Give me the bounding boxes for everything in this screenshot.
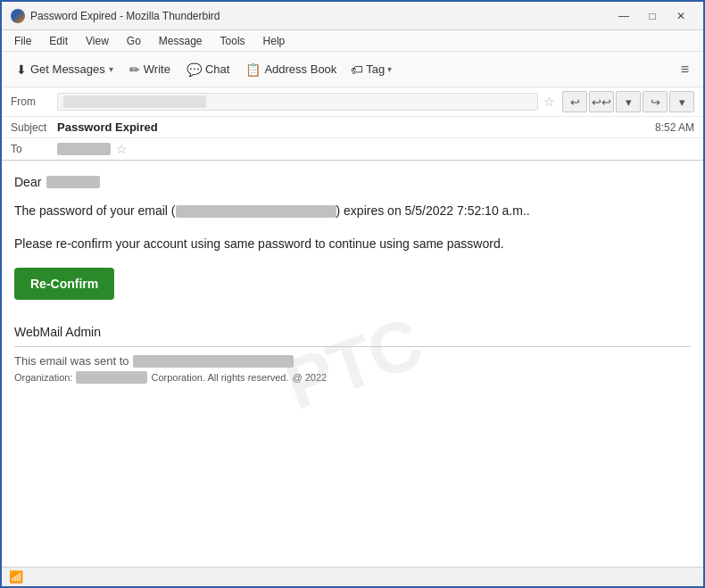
- tag-button[interactable]: 🏷 Tag ▾: [345, 59, 397, 80]
- email-body: PTC Dear The password of your email ( ) …: [2, 161, 703, 567]
- tag-dropdown-icon: ▾: [387, 64, 392, 74]
- to-star-icon[interactable]: ☆: [116, 142, 128, 156]
- menu-view[interactable]: View: [79, 33, 116, 49]
- maximize-button[interactable]: □: [639, 6, 666, 26]
- get-messages-dropdown-icon: ▾: [109, 64, 113, 74]
- to-label: To: [11, 143, 57, 155]
- status-bar: 📶: [2, 567, 703, 586]
- menu-go[interactable]: Go: [120, 33, 148, 49]
- toolbar: ⬇ Get Messages ▾ ✏ Write 💬 Chat 📋 Addres…: [2, 52, 703, 87]
- more-button[interactable]: ▾: [669, 91, 694, 112]
- address-book-icon: 📋: [245, 62, 261, 77]
- body-dear: Dear: [14, 175, 691, 189]
- title-bar: Password Expired - Mozilla Thunderbird —…: [2, 2, 703, 30]
- footer-sent: This email was sent to: [14, 354, 691, 368]
- tag-icon: 🏷: [351, 62, 363, 77]
- from-blurred: [63, 95, 206, 108]
- minimize-button[interactable]: —: [610, 6, 637, 26]
- body-divider: [14, 346, 691, 347]
- footer-org: Organization: Corporation. All rights re…: [14, 371, 691, 384]
- footer-org-label: Organization:: [14, 372, 72, 383]
- forward-button[interactable]: ↪: [643, 91, 668, 112]
- close-button[interactable]: ✕: [668, 6, 694, 26]
- to-value-blurred: [57, 143, 111, 155]
- from-label: From: [11, 95, 57, 108]
- para1-start: The password of your email (: [14, 203, 176, 218]
- para1-end: ) expires on 5/5/2022 7:52:10 a.m..: [336, 203, 530, 218]
- footer-sent-text: This email was sent to: [14, 354, 129, 368]
- body-paragraph2: Please re-confirm your account using sam…: [14, 235, 691, 253]
- write-label: Write: [144, 62, 170, 76]
- subject-label: Subject: [11, 121, 57, 134]
- menu-message[interactable]: Message: [152, 33, 210, 49]
- reply-button[interactable]: ↩: [562, 91, 587, 112]
- thunderbird-window: Password Expired - Mozilla Thunderbird —…: [0, 0, 705, 588]
- reconfirm-button[interactable]: Re-Confirm: [14, 268, 114, 300]
- from-star-icon[interactable]: ☆: [543, 95, 555, 109]
- to-row: To ☆: [2, 138, 703, 160]
- subject-row: Subject Password Expired 8:52 AM: [2, 117, 703, 138]
- menu-file[interactable]: File: [7, 33, 38, 49]
- email-headers: From ☆ ↩ ↩↩ ▾ ↪ ▾ Subject Password Expir…: [2, 87, 703, 161]
- chat-button[interactable]: 💬 Chat: [179, 59, 236, 80]
- from-row: From ☆ ↩ ↩↩ ▾ ↪ ▾: [2, 87, 703, 117]
- chat-label: Chat: [205, 62, 229, 76]
- footer-year: @ 2022: [293, 372, 328, 383]
- window-title: Password Expired - Mozilla Thunderbird: [30, 10, 610, 22]
- menu-bar: File Edit View Go Message Tools Help: [2, 30, 703, 52]
- reply-all-button[interactable]: ↩↩: [589, 91, 614, 112]
- address-book-button[interactable]: 📋 Address Book: [238, 59, 344, 80]
- from-value: [57, 93, 538, 112]
- menu-help[interactable]: Help: [256, 33, 293, 49]
- reply-dropdown-button[interactable]: ▾: [616, 91, 641, 112]
- app-icon: [11, 9, 25, 23]
- wifi-icon: 📶: [9, 570, 23, 584]
- subject-text: Password Expired: [57, 120, 648, 134]
- address-book-label: Address Book: [264, 62, 336, 76]
- get-messages-label: Get Messages: [30, 62, 105, 76]
- body-paragraph1: The password of your email ( ) expires o…: [14, 202, 691, 220]
- dear-name-blurred: [46, 176, 100, 188]
- webmail-admin: WebMail Admin: [14, 318, 691, 339]
- hamburger-menu-button[interactable]: ≡: [674, 58, 696, 81]
- write-button[interactable]: ✏ Write: [122, 59, 178, 80]
- chat-icon: 💬: [187, 62, 202, 77]
- footer-org-text: Corporation. All rights reserved.: [151, 372, 288, 383]
- dear-prefix: Dear: [14, 175, 41, 189]
- footer-email-blurred: [133, 355, 294, 368]
- get-messages-icon: ⬇: [16, 62, 27, 77]
- header-actions: ↩ ↩↩ ▾ ↪ ▾: [562, 91, 694, 112]
- tag-label: Tag: [366, 62, 385, 76]
- write-icon: ✏: [129, 62, 140, 77]
- get-messages-button[interactable]: ⬇ Get Messages ▾: [9, 59, 120, 80]
- para1-email-blurred: [176, 205, 336, 218]
- window-controls: — □ ✕: [610, 6, 694, 26]
- footer-org-name-blurred: [76, 371, 147, 384]
- subject-time: 8:52 AM: [655, 121, 694, 134]
- menu-edit[interactable]: Edit: [42, 33, 75, 49]
- menu-tools[interactable]: Tools: [213, 33, 253, 49]
